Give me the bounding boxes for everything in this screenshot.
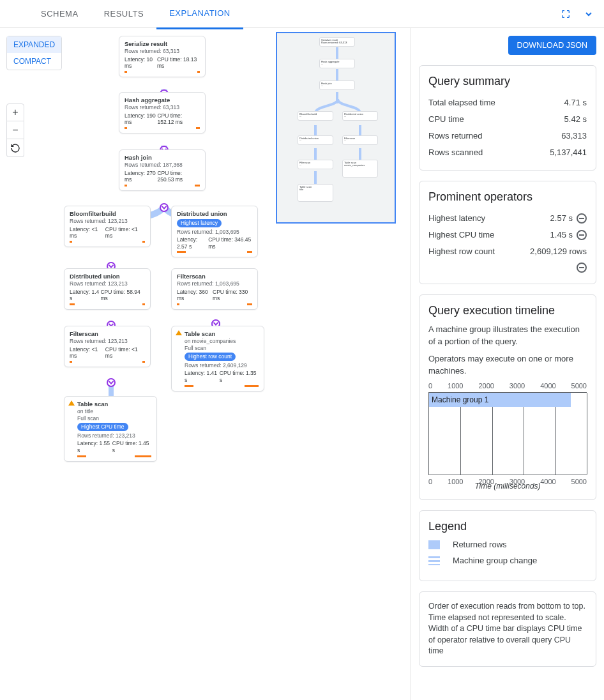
prominent-title: Prominent operators bbox=[428, 190, 587, 204]
legend-swatch-returned bbox=[428, 540, 440, 549]
legend-card: Legend Returned rows Machine group chang… bbox=[419, 510, 596, 581]
node-title: Distributed union bbox=[177, 210, 252, 218]
tab-explanation[interactable]: EXPLANATION bbox=[156, 0, 243, 29]
zoom-in-button[interactable]: + bbox=[6, 103, 24, 121]
node-hash-aggregate[interactable]: Hash aggregate Rows returned: 63,313 Lat… bbox=[119, 92, 206, 133]
tick: 1000 bbox=[448, 382, 463, 390]
tick: 2000 bbox=[478, 382, 494, 390]
summary-rows-scanned-value: 5,137,441 bbox=[550, 144, 587, 161]
node-cpu: CPU time: 18.13 ms bbox=[157, 56, 200, 70]
node-rows: Rows returned: 123,213 bbox=[70, 338, 145, 345]
node-cpu: CPU time: <1 ms bbox=[105, 226, 145, 240]
download-json-button[interactable]: DOWNLOAD JSON bbox=[508, 36, 596, 55]
node-title: Distributed union bbox=[70, 273, 145, 280]
legend-swatch-mgchange bbox=[428, 556, 440, 565]
node-rows: Rows returned: 123,213 bbox=[70, 218, 145, 225]
zoom-out-button[interactable]: − bbox=[6, 121, 24, 139]
machine-group-1-bar[interactable]: Machine group 1 bbox=[429, 393, 571, 407]
highest-cpu-value: 1.45 s bbox=[550, 227, 573, 243]
node-latency: Latency: 190 ms bbox=[125, 112, 157, 126]
timeline-axis-bottom: 0 1000 2000 3000 4000 5000 bbox=[428, 478, 587, 485]
summary-rows-scanned-label: Rows scanned bbox=[428, 144, 483, 161]
timeline-card: Query execution timeline A machine group… bbox=[419, 294, 596, 500]
node-table-scan-movie-companies[interactable]: Table scan on movie_companies Full scan … bbox=[171, 326, 264, 392]
node-hash-join[interactable]: Hash join Rows returned: 187,368 Latency… bbox=[119, 149, 206, 191]
node-latency: Latency: <1 ms bbox=[70, 346, 105, 360]
warning-icon bbox=[68, 400, 75, 406]
tick: 5000 bbox=[571, 382, 587, 390]
tab-bar: SCHEMA RESULTS EXPLANATION bbox=[0, 0, 604, 28]
link-icon[interactable] bbox=[577, 262, 587, 273]
legend-title: Legend bbox=[428, 520, 587, 533]
tick: 3000 bbox=[510, 382, 525, 390]
node-cpu: CPU time: <1 ms bbox=[105, 346, 145, 360]
node-serialize-result[interactable]: Serialize result Rows returned: 63,313 L… bbox=[119, 36, 206, 77]
node-rows: Rows returned: 123,213 bbox=[77, 432, 151, 439]
node-latency: Latency: 1.55 s bbox=[77, 440, 112, 453]
view-compact[interactable]: COMPACT bbox=[7, 53, 61, 70]
node-filterscan-1[interactable]: Filterscan Rows returned: 1,093,695 Late… bbox=[171, 268, 258, 310]
legend-returned-label: Returned rows bbox=[453, 540, 507, 549]
summary-rows-returned-label: Rows returned bbox=[428, 128, 483, 144]
link-icon[interactable] bbox=[577, 213, 587, 224]
node-cpu: CPU time: 152.12 ms bbox=[157, 112, 200, 126]
node-latency: Latency: 1.4 s bbox=[70, 289, 100, 302]
summary-cpu-label: CPU time bbox=[428, 111, 464, 128]
tick: 4000 bbox=[540, 382, 555, 390]
node-rows: Rows returned: 2,609,129 bbox=[185, 362, 259, 369]
node-latency: Latency: 10 ms bbox=[125, 56, 157, 70]
explain-graph-canvas[interactable]: EXPANDED COMPACT + − bbox=[0, 28, 411, 700]
query-summary-card: Query summary Total elapsed time4.71 s C… bbox=[419, 65, 596, 171]
summary-rows-returned-value: 63,313 bbox=[561, 128, 587, 144]
node-title: Serialize result bbox=[125, 40, 200, 48]
node-distributed-union-2[interactable]: Distributed union Rows returned: 123,213… bbox=[64, 268, 151, 310]
tick: 5000 bbox=[571, 478, 587, 485]
chevron-down-icon[interactable] bbox=[580, 5, 598, 23]
tick: 2000 bbox=[478, 478, 494, 485]
timeline-grid: Machine group 1 bbox=[428, 392, 587, 475]
node-cpu: CPU time: 58.94 ms bbox=[100, 289, 145, 302]
node-latency: Latency: 2.57 s bbox=[177, 236, 208, 250]
tick: 4000 bbox=[540, 478, 555, 485]
fullscreen-icon[interactable] bbox=[557, 5, 575, 23]
footer-line-1: Order of execution reads from bottom to … bbox=[428, 601, 587, 612]
node-bloomfilterbuild[interactable]: Bloomfilterbuild Rows returned: 123,213 … bbox=[64, 206, 151, 247]
tick: 1000 bbox=[448, 478, 463, 485]
tick: 0 bbox=[428, 478, 432, 485]
summary-title: Query summary bbox=[428, 75, 587, 88]
tab-schema[interactable]: SCHEMA bbox=[28, 0, 91, 28]
collapse-toggle[interactable] bbox=[160, 203, 169, 212]
node-distributed-union-1[interactable]: Distributed union Highest latency Rows r… bbox=[171, 206, 258, 257]
highest-rows-value: 2,609,129 rows bbox=[530, 243, 587, 260]
node-on: on title bbox=[77, 408, 151, 415]
node-rows: Rows returned: 63,313 bbox=[125, 48, 200, 55]
timeline-title: Query execution timeline bbox=[428, 304, 587, 317]
minimap[interactable]: Serialize resultRows returned: 63,313 Ha… bbox=[276, 32, 396, 224]
node-rows: Rows returned: 1,093,695 bbox=[177, 229, 252, 236]
zoom-reset-button[interactable] bbox=[6, 139, 24, 157]
summary-elapsed-label: Total elapsed time bbox=[428, 95, 495, 111]
tab-results[interactable]: RESULTS bbox=[91, 0, 157, 28]
node-title: Filterscan bbox=[177, 273, 252, 280]
node-latency: Latency: 1.41 s bbox=[185, 370, 220, 383]
link-icon[interactable] bbox=[577, 230, 587, 240]
node-cpu: CPU time: 1.35 s bbox=[220, 370, 259, 383]
node-title: Table scan bbox=[185, 330, 259, 338]
node-fullscan: Full scan bbox=[77, 415, 151, 422]
node-cpu: CPU time: 1.45 s bbox=[112, 440, 151, 453]
highest-latency-label: Highest latency bbox=[428, 210, 485, 227]
timeline-desc-1: A machine group illustrates the executio… bbox=[428, 324, 587, 348]
node-rows: Rows returned: 123,213 bbox=[70, 280, 145, 287]
node-title: Bloomfilterbuild bbox=[70, 210, 145, 218]
view-expanded[interactable]: EXPANDED bbox=[7, 36, 61, 53]
collapse-toggle[interactable] bbox=[107, 378, 116, 387]
node-on: on movie_companies bbox=[185, 338, 259, 345]
node-title: Table scan bbox=[77, 400, 151, 408]
node-filterscan-2[interactable]: Filterscan Rows returned: 123,213 Latenc… bbox=[64, 326, 151, 367]
node-rows: Rows returned: 187,368 bbox=[125, 162, 200, 169]
node-title: Hash join bbox=[125, 154, 200, 162]
node-table-scan-title[interactable]: Table scan on title Full scan Highest CP… bbox=[64, 396, 157, 462]
node-latency: Latency: 360 ms bbox=[177, 289, 213, 302]
tick: 0 bbox=[428, 382, 432, 390]
summary-elapsed-value: 4.71 s bbox=[564, 95, 587, 111]
